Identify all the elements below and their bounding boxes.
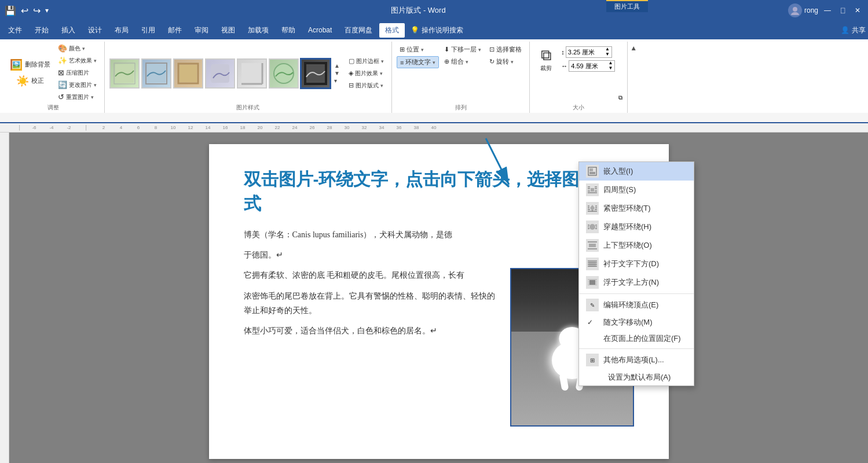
border-icon: ▢ <box>349 57 354 65</box>
wrap-infront-label: 浮于文字上方(N) <box>603 277 659 288</box>
width-spinners[interactable]: ▲▼ <box>608 61 613 71</box>
svg-rect-9 <box>241 63 262 84</box>
menu-acrobat[interactable]: Acrobat <box>302 24 338 36</box>
restore-button[interactable]: ⎕ <box>837 5 848 16</box>
gallery-up[interactable]: ▲ <box>332 62 342 69</box>
position-label: 位置 <box>406 45 419 54</box>
change-pic-button[interactable]: 🔄 更改图片 ▾ <box>55 79 100 90</box>
picture-border-button[interactable]: ▢ 图片边框 ▾ <box>346 56 387 67</box>
menu-design[interactable]: 设计 <box>82 23 108 38</box>
style-thumb-7[interactable] <box>301 58 331 89</box>
select-pane-button[interactable]: ⊡ 选择窗格 <box>486 44 525 55</box>
reset-pic-button[interactable]: ↺ 重置图片 ▾ <box>55 91 100 102</box>
change-pic-dropdown[interactable]: ▾ <box>94 82 97 88</box>
gallery-more[interactable]: ▾ <box>332 77 342 84</box>
wrap-tight-item[interactable]: 紧密型环绕(T) <box>579 199 694 218</box>
move-back-button[interactable]: ⬇ 下移一层 ▾ <box>441 44 484 55</box>
menu-format[interactable]: 格式 <box>379 23 405 38</box>
move-with-text-item[interactable]: ✓ 随文字移动(M) <box>579 314 694 330</box>
menu-insert[interactable]: 插入 <box>56 23 81 38</box>
more-layout-item[interactable]: ⊞ 其他布局选项(L)... <box>579 351 694 369</box>
border-dropdown[interactable]: ▾ <box>381 58 384 64</box>
menu-references[interactable]: 引用 <box>135 23 161 38</box>
width-input[interactable]: 4.59 厘米 ▲▼ <box>569 60 615 72</box>
svg-rect-7 <box>180 65 197 82</box>
art-effect-dropdown[interactable]: ▾ <box>94 58 97 64</box>
menu-help[interactable]: 帮助 <box>276 23 301 38</box>
menu-file[interactable]: 文件 <box>2 23 28 38</box>
menu-baidu[interactable]: 百度网盘 <box>339 23 378 38</box>
reset-pic-icon: ↺ <box>58 93 64 101</box>
compress-icon: ⊠ <box>58 68 64 77</box>
style-thumb-6[interactable] <box>269 58 299 89</box>
effect-dropdown[interactable]: ▾ <box>380 71 383 76</box>
fix-position-item[interactable]: 在页面上的位置固定(F) <box>579 330 694 347</box>
style-thumb-2[interactable] <box>141 58 171 89</box>
wrap-square-item[interactable]: 四周型(S) <box>579 181 694 199</box>
rotate-button[interactable]: ↻ 旋转 ▾ <box>486 56 525 67</box>
menu-mailings[interactable]: 邮件 <box>162 23 188 38</box>
svg-rect-19 <box>591 188 594 192</box>
width-icon: ↔ <box>561 63 567 69</box>
change-pic-label: 更改图片 <box>69 81 92 89</box>
wrap-inline-item[interactable]: 嵌入型(I) <box>579 162 694 181</box>
share-button[interactable]: 👤 共享 <box>841 25 866 35</box>
wrap-tight-label: 紧密型环绕(T) <box>603 203 651 214</box>
combine-dropdown[interactable]: ▾ <box>466 59 468 65</box>
menu-view[interactable]: 视图 <box>215 23 241 38</box>
move-back-dropdown[interactable]: ▾ <box>478 47 481 53</box>
correct-button[interactable]: ☀️ 校正 <box>7 74 53 89</box>
height-spinners[interactable]: ▲▼ <box>605 47 610 57</box>
position-dropdown[interactable]: ▾ <box>421 47 424 53</box>
wrap-infront-item[interactable]: 浮于文字上方(N) <box>579 273 694 292</box>
ribbon-collapse[interactable]: ▲ <box>628 42 639 113</box>
fix-position-label: 在页面上的位置固定(F) <box>603 333 681 344</box>
compress-button[interactable]: ⊠ 压缩图片 <box>55 67 100 78</box>
redo-icon[interactable]: ↪ <box>33 5 41 16</box>
wrap-topbottom-label: 上下型环绕(O) <box>603 240 652 251</box>
style-thumb-4[interactable] <box>205 58 235 89</box>
wrap-text-button[interactable]: ≡ 环绕文字 ▾ <box>397 56 439 68</box>
combine-button[interactable]: ⊕ 组合 ▾ <box>441 56 484 67</box>
edit-wrap-points-item[interactable]: ✎ 编辑环绕顶点(E) <box>579 296 694 314</box>
undo-icon[interactable]: ↩ <box>21 5 28 16</box>
set-default-layout-item[interactable]: 设置为默认布局(A) <box>579 369 694 385</box>
move-back-icon: ⬇ <box>444 46 449 53</box>
style-thumb-1[interactable] <box>109 58 140 89</box>
art-effect-button[interactable]: ✨ 艺术效果 ▾ <box>55 55 100 66</box>
menu-addins[interactable]: 加载项 <box>242 23 274 38</box>
layout-dropdown[interactable]: ▾ <box>380 83 383 89</box>
wrap-through-item[interactable]: 穿越型环绕(H) <box>579 218 694 236</box>
menu-home[interactable]: 开始 <box>29 23 54 38</box>
size-group-expand[interactable]: ⧉ <box>618 94 622 101</box>
save-icon[interactable]: 💾 <box>5 5 16 16</box>
wrap-text-dropdown[interactable]: ▾ <box>433 60 435 65</box>
user-area[interactable]: rong <box>788 3 818 17</box>
position-button[interactable]: ⊞ 位置 ▾ <box>397 44 439 55</box>
color-dropdown[interactable]: ▾ <box>82 46 85 52</box>
height-input[interactable]: 3.25 厘米 ▲▼ <box>566 46 612 58</box>
remove-bg-button[interactable]: 🖼️ 删除背景 <box>7 57 53 72</box>
height-value: 3.25 厘米 <box>568 48 595 57</box>
para2-mid: 毛和粗硬的皮毛。尾根位置很高，长有 <box>327 271 464 280</box>
picture-effect-button[interactable]: ◈ 图片效果 ▾ <box>346 68 387 79</box>
style-thumb-3[interactable] <box>173 58 203 89</box>
close-button[interactable]: ✕ <box>852 5 863 16</box>
wrap-behind-item[interactable]: 衬于文字下方(D) <box>579 255 694 273</box>
crop-button[interactable]: ⧉ 裁剪 <box>534 44 558 75</box>
divider-2 <box>579 348 694 349</box>
lightbulb-icon: 💡 <box>411 26 419 34</box>
reset-pic-dropdown[interactable]: ▾ <box>91 94 94 100</box>
color-button[interactable]: 🎨 颜色 ▾ <box>55 43 100 54</box>
operation-search-area[interactable]: 💡 操作说明搜索 <box>411 25 463 35</box>
picture-layout-button[interactable]: ⊟ 图片版式 ▾ <box>346 80 387 91</box>
style-thumb-5[interactable] <box>237 58 267 89</box>
wrap-through-label: 穿越型环绕(H) <box>603 222 651 232</box>
menu-review[interactable]: 审阅 <box>189 23 214 38</box>
menu-layout[interactable]: 布局 <box>109 23 134 38</box>
document-area[interactable]: 双击图片-环绕文字，点击向下箭头，选择图片的版式 博美（学名：Canis lup… <box>9 133 868 463</box>
gallery-down[interactable]: ▼ <box>332 69 342 77</box>
rotate-dropdown[interactable]: ▾ <box>511 59 514 65</box>
minimize-button[interactable]: — <box>822 5 833 16</box>
wrap-topbottom-item[interactable]: 上下型环绕(O) <box>579 236 694 255</box>
